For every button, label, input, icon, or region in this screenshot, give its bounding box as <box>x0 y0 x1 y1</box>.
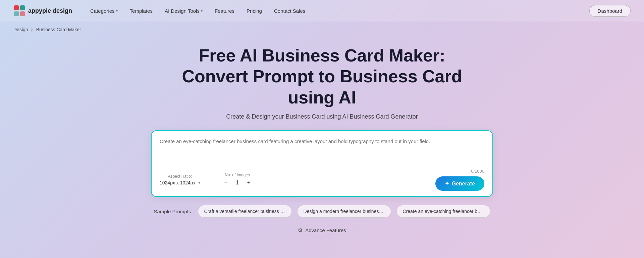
hero-section: Free AI Business Card Maker: Convert Pro… <box>0 35 644 243</box>
navbar: appypie design Categories ▾ Templates AI… <box>0 0 644 22</box>
nav-item-categories[interactable]: Categories ▾ <box>86 5 122 16</box>
breadcrumb-design-link[interactable]: Design <box>13 27 28 32</box>
images-count-control: No. of Images − 1 + <box>222 173 253 187</box>
ai-tools-chevron-icon: ▾ <box>201 9 203 13</box>
aspect-ratio-chevron-icon: ▾ <box>198 180 200 185</box>
nav-right: Dashboard <box>589 5 631 17</box>
logo[interactable]: appypie design <box>13 5 72 17</box>
logo-icon <box>13 5 25 17</box>
sample-prompt-chip-2[interactable]: Design a modern freelancer business card… <box>297 205 391 218</box>
categories-chevron-icon: ▾ <box>116 9 118 13</box>
nav-item-pricing[interactable]: Pricing <box>242 5 267 16</box>
svg-rect-1 <box>20 5 25 10</box>
prompt-controls: Aspect Ratio: 1024px x 1024px ▾ No. of I… <box>160 173 253 187</box>
hero-subtitle: Create & Design your Business Card using… <box>13 113 631 120</box>
controls-divider <box>211 173 211 186</box>
increment-count-button[interactable]: + <box>245 179 253 187</box>
breadcrumb-current: Business Card Maker <box>36 27 81 32</box>
image-count-value: 1 <box>234 180 241 186</box>
nav-item-templates[interactable]: Templates <box>125 5 157 16</box>
nav-links: Categories ▾ Templates AI Design Tools ▾… <box>86 5 589 16</box>
char-count-display: 0/1000 <box>471 169 484 174</box>
breadcrumb-separator: > <box>31 27 34 32</box>
decrement-count-button[interactable]: − <box>222 179 230 187</box>
gear-icon: ⚙ <box>298 227 303 233</box>
svg-rect-3 <box>20 11 25 16</box>
logo-text: appypie design <box>28 7 72 14</box>
nav-item-contact-sales[interactable]: Contact Sales <box>269 5 310 16</box>
advance-features-toggle[interactable]: ⚙ Advance Features <box>13 224 631 236</box>
advance-features-label: Advance Features <box>305 227 346 233</box>
aspect-ratio-label: Aspect Ratio: <box>160 174 200 179</box>
sparkle-icon: ✦ <box>445 180 449 187</box>
svg-rect-2 <box>14 11 19 16</box>
generate-button[interactable]: ✦ Generate <box>435 176 484 191</box>
generate-label: Generate <box>452 181 475 187</box>
nav-item-features[interactable]: Features <box>210 5 239 16</box>
svg-rect-0 <box>14 5 19 10</box>
images-label: No. of Images <box>222 173 253 177</box>
aspect-ratio-control: Aspect Ratio: 1024px x 1024px ▾ <box>160 174 200 185</box>
dashboard-button[interactable]: Dashboard <box>589 5 631 17</box>
page-title: Free AI Business Card Maker: Convert Pro… <box>171 45 473 108</box>
sample-prompts-row: Sample Prompts: Craft a versatile freela… <box>13 205 631 218</box>
breadcrumb: Design > Business Card Maker <box>0 22 644 35</box>
prompt-right-side: 0/1000 ✦ Generate <box>435 169 484 191</box>
sample-prompts-label: Sample Prompts: <box>154 209 192 214</box>
prompt-container: Aspect Ratio: 1024px x 1024px ▾ No. of I… <box>151 130 493 197</box>
prompt-input[interactable] <box>160 138 484 165</box>
image-count-stepper: − 1 + <box>222 179 253 187</box>
sample-prompt-chip-1[interactable]: Craft a versatile freelancer business ca… <box>198 205 292 218</box>
sample-prompt-chip-3[interactable]: Create an eye-catching freelancer busine… <box>396 205 490 218</box>
nav-item-ai-design-tools[interactable]: AI Design Tools ▾ <box>160 5 207 16</box>
prompt-footer: Aspect Ratio: 1024px x 1024px ▾ No. of I… <box>160 169 484 191</box>
aspect-ratio-value: 1024px x 1024px <box>160 180 196 185</box>
aspect-ratio-select[interactable]: 1024px x 1024px ▾ <box>160 180 200 185</box>
